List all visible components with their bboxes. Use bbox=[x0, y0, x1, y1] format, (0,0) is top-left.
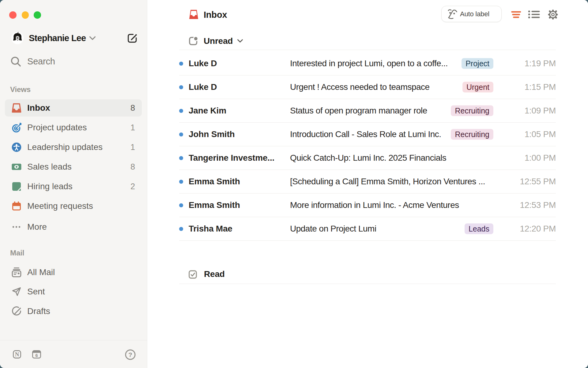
svg-text:6: 6 bbox=[35, 353, 38, 358]
svg-text:?: ? bbox=[128, 351, 132, 358]
svg-text:N: N bbox=[15, 351, 19, 358]
